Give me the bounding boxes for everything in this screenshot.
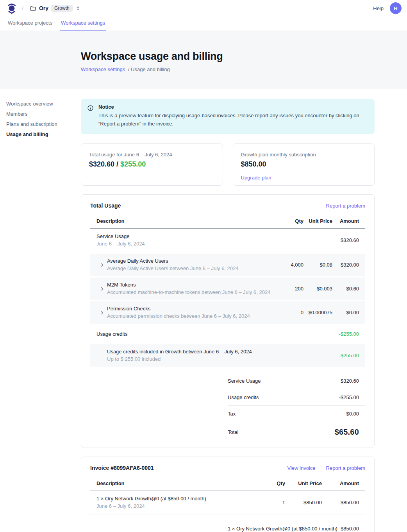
topbar: / Ory Growth Help H <box>0 0 407 16</box>
page-title: Workspace usage and billing <box>81 50 407 63</box>
total-usage-card: Total usage for June 6 – July 6, 2024 $3… <box>81 143 223 186</box>
selector-icon[interactable] <box>75 5 81 11</box>
table-row-usage-credits: Usage credits -$255.00 <box>90 325 365 343</box>
total-usage-card-label: Total usage for June 6 – July 6, 2024 <box>89 152 215 158</box>
sidebar-item-workspace-overview[interactable]: Workspace overview <box>6 101 77 106</box>
tab-workspace-settings[interactable]: Workspace settings <box>60 16 106 30</box>
row-amount: $320.00 <box>332 262 365 268</box>
summary-row-tax: Tax $0.00 <box>228 406 365 422</box>
chevron-right-icon[interactable] <box>100 310 105 315</box>
summary-label: Service Usage <box>228 378 261 384</box>
upgrade-plan-link[interactable]: Upgrade plan <box>241 175 271 181</box>
invoice-table-header: Description Qty Unit Price Amount <box>90 476 365 491</box>
workspace-tabs: Workspace projects Workspace settings <box>0 16 407 30</box>
row-amount: $0.60 <box>332 286 365 292</box>
total-usage-invoice-card: Total Usage Report a problem Description… <box>81 194 375 448</box>
row-unit-price: $850.00 <box>285 500 322 505</box>
summary-row-usage-credits: Usage credits -$255.00 <box>228 389 365 406</box>
row-amount: -$255.00 <box>332 353 365 358</box>
column-unit-price: Unit Price <box>303 218 332 224</box>
column-description: Description <box>90 218 275 224</box>
summary-value: $0.00 <box>346 411 365 417</box>
notice-banner: Notice This is a preview feature for dis… <box>81 99 375 134</box>
workspace-switcher[interactable]: Ory Growth <box>30 5 81 12</box>
report-a-problem-link[interactable]: Report a problem <box>326 465 365 471</box>
table-row-growth-subscription: 1 × Ory Network Growth@0 (at $850.00 / m… <box>90 491 365 514</box>
row-title: Service Usage <box>96 233 275 240</box>
column-amount: Amount <box>332 218 365 224</box>
column-description: Description <box>90 480 262 486</box>
table-row-average-daily-active-users: Average Daily Active Users Average Daily… <box>90 254 365 276</box>
total-usage-card-value: $320.60 / $255.00 <box>89 160 215 168</box>
row-title: 1 × Ory Network Growth@0 (at $850.00 / m… <box>96 495 262 502</box>
row-subtitle: Up to $ 255.00 included <box>107 356 275 362</box>
summary-label: 1 × Ory Network Growth@0 (at $850.00 / m… <box>228 526 337 532</box>
folder-icon <box>30 5 36 12</box>
breadcrumb-separator: / <box>22 5 23 11</box>
notice-title: Notice <box>98 104 368 110</box>
row-subtitle: June 6 – July 6, 2024 <box>96 240 275 247</box>
row-amount: $0.00 <box>332 310 365 315</box>
subscription-card-value: $850.00 <box>241 160 367 168</box>
sidebar-item-plans-and-subscription[interactable]: Plans and subscription <box>6 122 77 127</box>
summary-label: Tax <box>228 411 236 417</box>
summary-value: -$255.00 <box>339 394 365 400</box>
row-amount: $850.00 <box>322 500 365 505</box>
row-unit-price: $0.003 <box>303 286 332 292</box>
total-label: Total <box>228 429 238 435</box>
plan-badge: Growth <box>51 5 73 12</box>
help-link[interactable]: Help <box>373 5 384 11</box>
ory-logo-icon[interactable] <box>6 3 17 14</box>
row-subtitle: Average Daily Active Users between June … <box>107 265 275 272</box>
column-qty: Qty <box>275 218 303 224</box>
sidebar-item-members[interactable]: Members <box>6 111 77 116</box>
breadcrumb: Workspace settings / Usage and billing <box>81 66 407 72</box>
invoice-summary: 1 × Ory Network Growth@0 (at $850.00 / m… <box>228 521 365 532</box>
page-header: Workspace usage and billing Workspace se… <box>0 30 407 89</box>
row-amount: -$255.00 <box>332 331 365 337</box>
summary-value: $320.60 <box>341 378 365 384</box>
info-icon <box>87 105 94 128</box>
avatar[interactable]: H <box>390 2 402 14</box>
subscription-card-label: Growth plan monthly subscription <box>241 152 367 158</box>
summary-label: Usage credits <box>228 394 259 400</box>
column-amount: Amount <box>322 480 365 486</box>
notice-body: This is a preview feature for displaying… <box>98 112 368 128</box>
row-title: M2M Tokens <box>107 281 275 288</box>
summary-total-row: Total $65.60 <box>228 422 365 438</box>
summary-row-service-usage: Service Usage $320.60 <box>228 373 365 389</box>
row-qty: 0 <box>275 310 303 315</box>
row-subtitle: June 6 – July 6, 2024 <box>96 503 262 509</box>
row-qty: 4,000 <box>275 262 303 268</box>
column-unit-price: Unit Price <box>285 480 322 486</box>
summary-value: $850.00 <box>341 526 365 532</box>
total-usage-title: Total Usage <box>90 202 121 209</box>
settings-sidebar: Workspace overview Members Plans and sub… <box>6 101 77 142</box>
row-title: Permission Checks <box>107 305 275 312</box>
usage-included-amount: $255.00 <box>120 160 146 168</box>
chevron-right-icon[interactable] <box>100 286 105 291</box>
row-unit-price: $0.000075 <box>303 310 332 315</box>
chevron-right-icon[interactable] <box>100 262 105 267</box>
table-row-usage-credits-included: Usage credits included in Growth between… <box>90 344 365 367</box>
row-subtitle: Accumulated permission checks between Ju… <box>107 313 275 319</box>
breadcrumb-current: / Usage and billing <box>128 66 170 72</box>
breadcrumb-workspace-settings-link[interactable]: Workspace settings <box>81 66 125 72</box>
tab-workspace-projects[interactable]: Workspace projects <box>7 16 53 30</box>
row-qty: 200 <box>275 286 303 292</box>
workspace-name: Ory <box>39 5 48 11</box>
usage-separator: / <box>114 160 120 168</box>
row-title: Usage credits <box>96 331 275 337</box>
row-title: Average Daily Active Users <box>107 258 275 264</box>
report-a-problem-link[interactable]: Report a problem <box>326 203 365 209</box>
row-title: Usage credits included in Growth between… <box>107 348 275 355</box>
table-row-service-usage: Service Usage June 6 – July 6, 2024 $320… <box>90 229 365 252</box>
column-qty: Qty <box>262 480 285 486</box>
sidebar-item-usage-and-billing[interactable]: Usage and billing <box>6 132 77 137</box>
row-subtitle: Accumulated machine-to-machine tokens be… <box>107 289 275 296</box>
subscription-card: Growth plan monthly subscription $850.00… <box>233 143 375 186</box>
view-invoice-link[interactable]: View invoice <box>287 465 316 471</box>
row-qty: 1 <box>262 500 285 505</box>
usage-table-header: Description Qty Unit Price Amount <box>90 214 365 229</box>
table-row-permission-checks: Permission Checks Accumulated permission… <box>90 301 365 324</box>
